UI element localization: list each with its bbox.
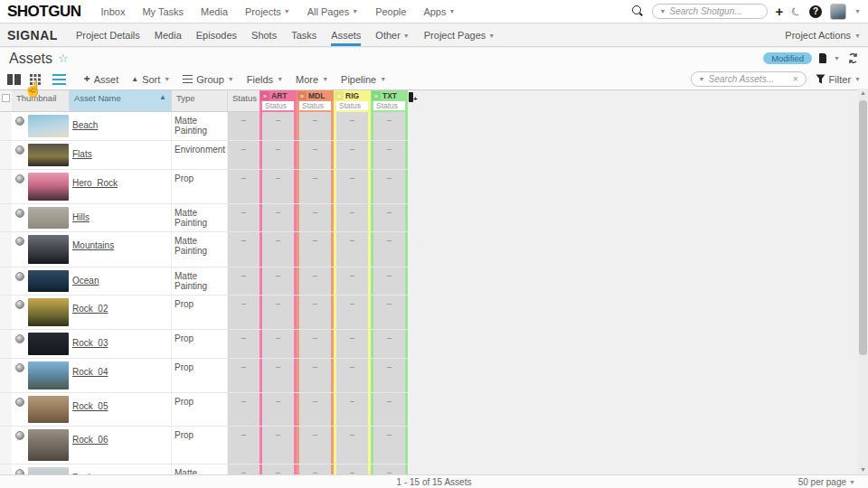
user-avatar[interactable] xyxy=(830,4,846,20)
tab-other[interactable]: Other▼ xyxy=(375,24,409,46)
project-name[interactable]: SIGNAL xyxy=(7,28,58,42)
status-cell: – xyxy=(228,112,259,140)
asset-entity-icon[interactable] xyxy=(15,272,24,281)
sort-button[interactable]: ▲Sort▼ xyxy=(131,74,170,85)
nav-inbox[interactable]: Inbox xyxy=(101,6,126,17)
asset-thumbnail[interactable] xyxy=(28,298,69,326)
column-header-status[interactable]: Status xyxy=(228,90,259,112)
global-add-button[interactable]: + xyxy=(776,5,784,18)
asset-entity-icon[interactable] xyxy=(15,145,24,155)
thumbnail-view-icon[interactable] xyxy=(30,74,43,85)
mdl-status-cell: – xyxy=(297,112,334,140)
asset-name-link[interactable]: Rock_04 xyxy=(72,367,108,377)
chevron-down-icon[interactable]: ▼ xyxy=(660,8,666,14)
asset-thumbnail[interactable] xyxy=(28,173,69,201)
asset-name-link[interactable]: Beach xyxy=(72,120,98,130)
page-settings-icon[interactable] xyxy=(819,53,826,63)
asset-thumbnail[interactable] xyxy=(28,235,69,264)
asset-entity-icon[interactable] xyxy=(15,300,24,309)
list-view-icon[interactable] xyxy=(7,74,21,85)
global-search-input[interactable] xyxy=(669,6,759,16)
tab-assets[interactable]: Assets xyxy=(331,24,361,46)
asset-thumbnail[interactable] xyxy=(28,467,69,474)
tab-tasks[interactable]: Tasks xyxy=(291,24,316,46)
asset-entity-icon[interactable] xyxy=(15,237,24,246)
asset-name-link[interactable]: Rock_02 xyxy=(72,304,108,314)
asset-thumbnail[interactable] xyxy=(28,115,69,137)
asset-thumbnail[interactable] xyxy=(28,207,69,229)
help-icon[interactable]: ? xyxy=(809,5,822,18)
asset-thumbnail[interactable] xyxy=(28,144,69,166)
chevron-down-icon[interactable]: ▼ xyxy=(834,55,840,61)
add-column-button[interactable]: + xyxy=(408,90,418,112)
asset-name-link[interactable]: Ocean xyxy=(72,276,99,286)
chevron-down-icon[interactable]: ▼ xyxy=(699,76,705,82)
asset-thumbnail[interactable] xyxy=(28,270,69,292)
refresh-icon[interactable] xyxy=(847,52,859,64)
chevron-down-icon: ▼ xyxy=(322,76,328,82)
tab-project-details[interactable]: Project Details xyxy=(76,24,140,46)
add-asset-button[interactable]: ✚Asset xyxy=(84,74,118,85)
project-actions-button[interactable]: Project Actions▼ xyxy=(785,30,861,41)
asset-thumbnail[interactable] xyxy=(28,396,69,423)
asset-entity-icon[interactable] xyxy=(15,209,24,218)
global-search-box[interactable]: ▼ xyxy=(652,4,768,19)
clear-search-icon[interactable]: × xyxy=(793,74,798,84)
nav-people[interactable]: People xyxy=(375,6,406,17)
status-cell: – xyxy=(228,359,259,392)
column-header-type[interactable]: Type xyxy=(172,90,228,112)
nav-apps[interactable]: Apps▼ xyxy=(423,6,455,17)
tab-episodes[interactable]: Episodes xyxy=(196,24,237,46)
asset-entity-icon[interactable] xyxy=(15,398,24,407)
mdl-status-subheader[interactable]: Status xyxy=(297,101,334,112)
pipeline-button[interactable]: Pipeline▼ xyxy=(341,74,386,85)
select-all-checkbox[interactable] xyxy=(2,94,10,102)
tab-media[interactable]: Media xyxy=(155,24,182,46)
column-header-asset-name[interactable]: Asset Name▲ xyxy=(70,90,172,112)
search-icon[interactable] xyxy=(632,5,644,17)
asset-entity-icon[interactable] xyxy=(15,334,24,343)
group-button[interactable]: Group▼ xyxy=(183,74,234,85)
asset-thumbnail[interactable] xyxy=(28,333,69,355)
shotgun-logo[interactable]: SHOTGUN xyxy=(7,3,81,21)
asset-name-link[interactable]: Rock_06 xyxy=(72,435,108,445)
asset-name-link[interactable]: Rock_03 xyxy=(72,338,108,348)
asset-entity-icon[interactable] xyxy=(15,117,24,126)
filter-button[interactable]: Filter▼ xyxy=(816,74,861,85)
column-header-thumbnail[interactable]: Thumbnail xyxy=(12,90,70,112)
per-page-selector[interactable]: 50 per page▼ xyxy=(798,477,855,487)
more-button[interactable]: More▼ xyxy=(296,74,328,85)
nav-my-tasks[interactable]: My Tasks xyxy=(142,6,184,17)
asset-thumbnail[interactable] xyxy=(28,361,69,389)
nav-media[interactable]: Media xyxy=(201,6,228,17)
asset-search-input[interactable] xyxy=(709,74,789,84)
asset-entity-icon[interactable] xyxy=(15,174,24,183)
asset-search-box[interactable]: ▼ × xyxy=(691,71,807,87)
asset-name-link[interactable]: Hero_Rock xyxy=(72,178,118,188)
favorite-star-icon[interactable]: ☆ xyxy=(58,52,69,65)
account-menu-chevron-icon[interactable]: ▼ xyxy=(854,8,861,14)
rig-status-subheader[interactable]: Status xyxy=(334,101,371,112)
task-view-icon[interactable] xyxy=(52,74,66,85)
asset-thumbnail[interactable] xyxy=(28,429,69,461)
scroll-down-icon[interactable]: ▼ xyxy=(858,466,868,473)
asset-name-link[interactable]: Hills xyxy=(72,212,90,222)
vertical-scrollbar[interactable]: ▲ ▼ xyxy=(858,89,868,474)
scrollbar-thumb[interactable] xyxy=(859,100,867,355)
tab-shots[interactable]: Shots xyxy=(251,24,277,46)
dark-mode-icon[interactable]: ☾ xyxy=(789,4,804,19)
nav-projects[interactable]: Projects▼ xyxy=(245,6,290,17)
fields-button[interactable]: Fields▼ xyxy=(247,74,283,85)
art-status-subheader[interactable]: Status xyxy=(259,101,297,112)
nav-all-pages[interactable]: All Pages▼ xyxy=(307,6,358,17)
txt-status-subheader[interactable]: Status xyxy=(371,101,408,112)
pipeline-step-icon: » xyxy=(372,91,381,100)
asset-name-link[interactable]: Flats xyxy=(72,149,92,159)
row-gutter xyxy=(0,267,12,295)
asset-name-link[interactable]: Mountains xyxy=(72,240,114,250)
asset-entity-icon[interactable] xyxy=(15,363,24,372)
tab-project-pages[interactable]: Project Pages▼ xyxy=(424,24,495,46)
scroll-up-icon[interactable]: ▲ xyxy=(858,89,868,96)
asset-name-link[interactable]: Rock_05 xyxy=(72,401,108,411)
asset-entity-icon[interactable] xyxy=(15,431,24,440)
